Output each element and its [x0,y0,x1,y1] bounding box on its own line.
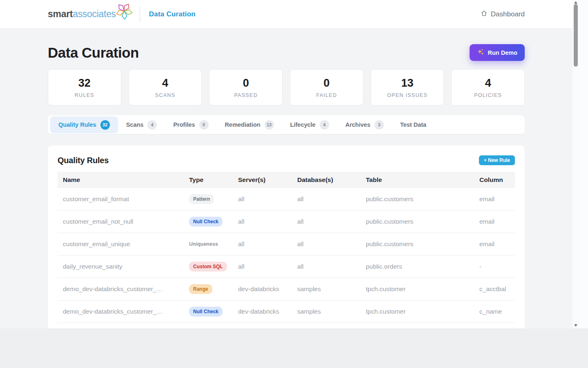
tab-count-badge: 4 [320,120,329,130]
rule-servers: all [233,188,292,211]
rule-servers: dev-databricks [233,301,292,323]
table-row[interactable]: demo_dev-databricks_lineitem_l… Range de… [58,323,515,329]
rule-servers: all [233,233,292,256]
rule-servers: dev-databricks [233,278,292,301]
tab-quality-rules[interactable]: Quality Rules 32 [50,117,118,133]
scrollbar-thumb[interactable] [574,4,578,67]
type-badge: Uniqueness [189,239,218,249]
type-badge: Range [189,284,212,294]
rule-databases: samples [292,323,361,329]
type-badge: Null Check [189,217,223,227]
rule-column: - [474,256,515,278]
new-rule-button[interactable]: + New Rule [479,155,515,165]
rule-databases: all [292,211,361,233]
stat-value: 13 [401,77,414,90]
dashboard-link[interactable]: Dashboard [481,10,525,19]
scrollbar-down-arrow-icon[interactable] [574,324,577,327]
stat-label: PASSED [234,92,258,98]
page-title: Data Curation [48,45,139,61]
rule-table: tpch.lineitem [361,323,474,329]
rule-name: demo_dev-databricks_customer_… [58,278,184,301]
rule-column: c_name [474,301,515,323]
stat-card-passed: 0 PASSED [209,69,283,105]
rule-name: demo_dev-databricks_customer_… [58,301,184,323]
table-row[interactable]: customer_email_not_null Null Check all a… [58,211,515,233]
tab-label: Archives [345,121,370,128]
dashboard-label: Dashboard [491,10,525,18]
stat-label: POLICIES [474,92,502,98]
stat-label: SCANS [155,92,176,98]
rule-table: public.customers [361,188,474,211]
table-row[interactable]: demo_dev-databricks_customer_… Range dev… [58,278,515,301]
stats-row: 32 RULES 4 SCANS 0 PASSED 0 FAILED 13 OP… [48,69,525,105]
quality-rules-table: Name Type Server(s) Database(s) Table Co… [58,172,515,328]
rules-section-title: Quality Rules [58,156,109,165]
tab-label: Test Data [400,121,426,128]
column-header-table: Table [361,172,474,188]
rule-column: email [474,188,515,211]
column-header-servers: Server(s) [233,172,292,188]
rule-servers: all [233,211,292,233]
table-row[interactable]: daily_revenue_sanity Custom SQL all all … [58,256,515,278]
rule-databases: all [292,233,361,256]
tab-archives[interactable]: Archives 3 [337,117,392,133]
stat-value: 4 [485,77,491,90]
logo-text-smart: smart [48,9,73,20]
table-row[interactable]: customer_email_format Pattern all all pu… [58,188,515,211]
header-divider [140,7,140,22]
stat-value: 0 [243,77,249,90]
tab-profiles[interactable]: Profiles 0 [165,117,216,133]
tab-test-data[interactable]: Test Data [392,118,434,132]
tab-count-badge: 13 [265,120,274,130]
table-row[interactable]: customer_email_unique Uniqueness all all… [58,233,515,256]
rule-databases: samples [292,301,361,323]
rule-name: daily_revenue_sanity [58,256,184,278]
rule-name: customer_email_format [58,188,184,211]
rule-column: l_discount [474,323,515,329]
column-header-type: Type [184,172,233,188]
rule-column: email [474,233,515,256]
tab-label: Scans [126,121,144,128]
scrollbar-up-arrow-icon[interactable] [574,1,577,4]
tab-count-badge: 3 [374,120,384,130]
rule-databases: samples [292,278,361,301]
column-header-column: Column [474,172,515,188]
rule-table: tpch.customer [361,301,474,323]
quality-rules-card: Quality Rules + New Rule Name Type Serve… [48,146,525,328]
run-demo-button[interactable]: Run Demo [470,44,525,61]
stat-value: 4 [162,77,168,90]
sparkles-icon [477,48,484,57]
stat-card-policies: 4 POLICIES [451,69,525,105]
tab-bar: Quality Rules 32 Scans 4 Profiles 0 Reme… [48,115,525,134]
rule-servers: dev-databricks [233,323,292,329]
tab-count-badge: 32 [100,120,110,130]
stat-card-failed: 0 FAILED [290,69,363,105]
tab-lifecycle[interactable]: Lifecycle 4 [282,117,337,133]
tab-remediation[interactable]: Remediation 13 [217,117,282,133]
smartassociates-logo[interactable]: smart associates [48,7,133,22]
stat-card-rules: 32 RULES [48,69,121,105]
column-header-name: Name [58,172,184,188]
rule-servers: all [233,256,292,278]
rule-table: public.customers [361,211,474,233]
rule-table: public.orders [361,256,474,278]
stat-label: OPEN ISSUES [387,92,428,98]
table-header-row: Name Type Server(s) Database(s) Table Co… [58,172,515,188]
type-badge: Pattern [189,194,214,204]
run-demo-label: Run Demo [488,49,518,56]
vertical-scrollbar[interactable] [572,0,579,328]
rule-table: public.customers [361,233,474,256]
rule-table: tpch.customer [361,278,474,301]
tab-label: Quality Rules [58,121,96,128]
stat-label: RULES [75,92,94,98]
stat-value: 32 [78,77,91,90]
table-row[interactable]: demo_dev-databricks_customer_… Null Chec… [58,301,515,323]
app-viewport: smart associates Data Curation [0,0,572,328]
pinwheel-logo-icon [115,1,133,22]
rule-column: email [474,211,515,233]
rule-databases: all [292,256,361,278]
tab-scans[interactable]: Scans 4 [118,117,165,133]
type-badge: Custom SQL [189,262,227,272]
stat-card-scans: 4 SCANS [129,69,202,105]
tab-label: Profiles [173,121,195,128]
